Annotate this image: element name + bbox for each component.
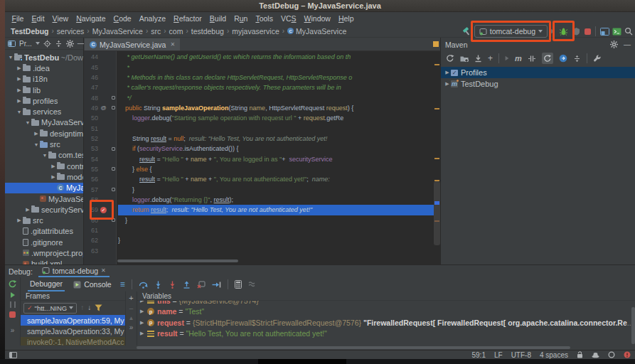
fold-marker[interactable] (109, 167, 118, 171)
tree-item-src[interactable]: ▶src (5, 215, 83, 225)
toolwindow-switcher-icon[interactable] (9, 352, 17, 358)
tab-console[interactable]: Console (71, 277, 114, 291)
filter-icon[interactable] (95, 304, 102, 311)
tree-expand-icon[interactable]: ▶ (444, 70, 451, 75)
tree-item-testdebug[interactable]: ▼TestDebug ~/Dow (5, 52, 83, 63)
refresh-icon[interactable] (446, 54, 454, 63)
fold-marker[interactable] (109, 96, 118, 100)
menu-item-view[interactable]: View (48, 14, 73, 23)
tree-expand-icon[interactable]: ▼ (7, 55, 14, 60)
editor-scrollbar-thumb[interactable] (434, 181, 440, 245)
menu-item-file[interactable]: File (8, 14, 28, 23)
indent-setting[interactable]: 4 spaces (540, 351, 568, 359)
editor-line-54[interactable]: 54 result = "Hello " + name + ", You are… (84, 154, 434, 164)
drop-frame-icon[interactable] (197, 281, 206, 289)
tree-item-securityservice[interactable]: ▶securityService (5, 204, 83, 215)
more-icon[interactable]: » (129, 324, 134, 331)
tree-item-myjavaservice[interactable]: ▼MyJavaService (5, 117, 83, 128)
editor-line-59[interactable]: 59✓ return result; result: "Hello Test, … (84, 205, 434, 215)
tree-item-model[interactable]: ▶model (5, 171, 83, 182)
debug-horizontal-scrollbar[interactable] (5, 346, 635, 350)
theme-icon[interactable] (592, 352, 599, 358)
add-icon[interactable]: + (488, 54, 493, 63)
move-up-icon[interactable]: ▲ (129, 316, 134, 321)
editor-line-45[interactable]: 45 * (84, 62, 434, 72)
run-maven-icon[interactable] (506, 56, 509, 60)
tree-expand-icon[interactable]: ▶ (16, 65, 23, 71)
editor-line-63[interactable]: 63 (84, 246, 434, 256)
breadcrumb-item[interactable]: com (169, 27, 183, 36)
error-stripe-mark[interactable] (434, 108, 439, 109)
profiles-icon[interactable] (559, 54, 567, 63)
line-ending[interactable]: LF (494, 351, 503, 359)
evaluate-expression-icon[interactable] (235, 280, 242, 289)
editor-line-48[interactable]: 48 */ (84, 92, 434, 102)
frame-row[interactable]: sampleJavaOperation:59, My (21, 315, 125, 326)
tree-expand-icon[interactable]: ▶ (16, 76, 23, 82)
breadcrumb-item[interactable]: TestDebug (11, 27, 48, 36)
up-arrow-icon[interactable]: ↑ (80, 304, 84, 311)
tree-item-com-testdebug[interactable]: ▼com.testdebug (5, 150, 83, 161)
fold-marker[interactable] (109, 147, 118, 151)
toolwindows-icon[interactable] (600, 28, 609, 36)
project-view-label[interactable]: Pr... (19, 40, 32, 48)
menu-item-window[interactable]: Window (300, 14, 334, 23)
tree-expand-icon[interactable]: ▶ (50, 174, 57, 180)
tree-item-myjavaservice[interactable]: MyJavaService (5, 193, 83, 204)
editor-line-60[interactable]: 60 } (84, 215, 434, 225)
tree-expand-icon[interactable]: ▶ (16, 218, 23, 223)
mute-breakpoints-icon[interactable] (248, 281, 257, 288)
menu-item-tools[interactable]: Tools (252, 14, 277, 23)
editor-line-51[interactable]: 51 (84, 123, 434, 133)
tree-item-lib[interactable]: ▶lib (5, 85, 83, 95)
error-stripe-mark[interactable] (434, 220, 439, 222)
tab-debugger[interactable]: Debugger (28, 277, 65, 291)
editor-line-52[interactable]: 52 String result = null; result: "Hello … (84, 134, 434, 144)
tree-item--gitignore[interactable]: .gitignore (5, 237, 83, 247)
skip-tests-icon[interactable] (528, 55, 536, 63)
thread-dropdown[interactable]: ✓ "htt...NING (23, 303, 77, 314)
collapse-all-icon[interactable] (55, 40, 63, 48)
frame-row[interactable]: invoke0:-1, NativeMethodAcc (21, 337, 125, 346)
expand-icon[interactable]: ▶ (140, 309, 147, 314)
gear-icon[interactable] (610, 41, 618, 48)
tree-item--gitattributes[interactable]: .gitattributes (5, 226, 83, 237)
tree-item-services[interactable]: ▼services (5, 106, 83, 117)
step-over-icon[interactable] (139, 281, 148, 289)
expand-icon[interactable]: ▶ (140, 331, 147, 336)
more-icon[interactable]: » (11, 327, 15, 334)
remove-watch-icon[interactable]: − (129, 305, 133, 313)
project-view-icon[interactable] (8, 40, 16, 48)
editor-line-62[interactable]: 62} (84, 235, 434, 245)
tree-expand-icon[interactable]: ▶ (24, 207, 31, 213)
caret-position[interactable]: 59:1 (471, 351, 485, 359)
gear-icon[interactable] (66, 40, 74, 48)
tree-expand-icon[interactable]: ▶ (444, 81, 451, 87)
error-stripe-mark[interactable] (434, 201, 439, 205)
menu-item-edit[interactable]: Edit (28, 14, 48, 23)
variable-row-result[interactable]: ▶result = "Hello Test, You are not authe… (137, 328, 635, 340)
rerun-icon[interactable] (8, 279, 17, 289)
generate-sources-icon[interactable] (460, 55, 469, 62)
error-stripe-mark[interactable] (434, 180, 439, 181)
tree-expand-icon[interactable]: ▼ (41, 153, 48, 158)
tree-item-myjavaservice[interactable]: CMyJavaService (5, 183, 83, 193)
fold-marker[interactable] (109, 188, 118, 191)
editor-line-46[interactable]: 46 * Methods in this class can declare H… (84, 73, 434, 82)
editor-line-56[interactable]: 56 result = "Hello " + name + ", You are… (84, 174, 434, 184)
variable-row-request[interactable]: ▶prequest = {StrictHttpFirewall$StrictFi… (137, 317, 635, 328)
tree-expand-icon[interactable]: ▼ (33, 142, 40, 147)
code-editor[interactable]: 44 * getUserName() and getUserId() etc w… (84, 51, 440, 264)
step-into-icon[interactable] (154, 281, 162, 289)
editor-line-47[interactable]: 47 * caller's request/response objects r… (84, 82, 434, 92)
download-sources-icon[interactable] (474, 55, 482, 63)
lock-icon[interactable] (577, 351, 583, 358)
notifications-icon[interactable] (608, 351, 615, 358)
menu-item-build[interactable]: Build (206, 14, 230, 23)
editor-tab[interactable]: C MyJavaService.java ✕ (85, 38, 180, 50)
expand-icon[interactable]: ▶ (140, 301, 147, 304)
fold-marker[interactable] (109, 106, 118, 109)
tree-item-src[interactable]: ▼src (5, 139, 83, 149)
tree-expand-icon[interactable]: ▶ (16, 98, 23, 104)
layout-settings-icon[interactable]: ≡ (120, 280, 125, 289)
